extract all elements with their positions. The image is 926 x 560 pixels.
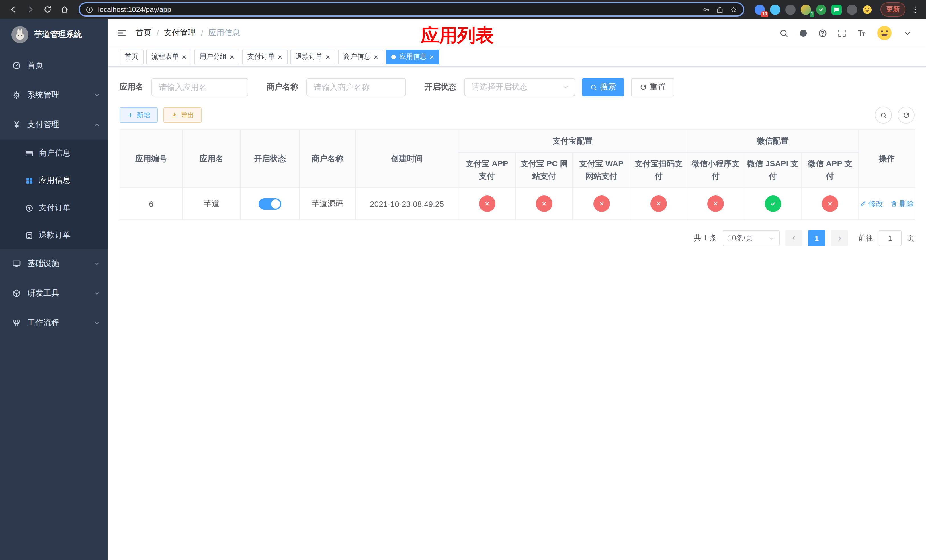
browser-home-button[interactable] xyxy=(57,2,72,17)
profile-avatar-icon[interactable]: 1 xyxy=(801,4,811,15)
bookmark-star-icon[interactable] xyxy=(729,5,737,14)
share-icon[interactable] xyxy=(716,5,724,14)
sidebar-item-home[interactable]: 首页 xyxy=(0,51,108,80)
tab-user-group[interactable]: 用户分组× xyxy=(194,49,239,64)
delete-button[interactable]: 删除 xyxy=(890,198,914,209)
sidebar-item-system[interactable]: 系统管理 xyxy=(0,80,108,110)
cell-wechat-mini xyxy=(687,188,744,219)
sidebar-item-label: 退款订单 xyxy=(39,230,71,241)
trash-icon xyxy=(890,200,897,207)
tab-label: 商户信息 xyxy=(343,52,371,62)
pagination-total: 共 1 条 xyxy=(694,233,717,243)
browser-update-button[interactable]: 更新 xyxy=(881,2,905,17)
app-logo[interactable]: 芋道管理系统 xyxy=(0,19,108,51)
next-page-button[interactable] xyxy=(831,230,848,246)
sidebar-item-infrastructure[interactable]: 基础设施 xyxy=(0,249,108,278)
emoji-extension-icon[interactable] xyxy=(862,4,873,15)
sidebar-item-refund-order[interactable]: 退款订单 xyxy=(0,222,108,249)
refresh-table-button[interactable] xyxy=(897,106,915,124)
search-icon xyxy=(590,83,598,91)
cell-wechat-app xyxy=(802,188,858,219)
help-icon[interactable] xyxy=(818,28,828,38)
sidebar-item-merchant-info[interactable]: 商户信息 xyxy=(0,139,108,167)
close-icon[interactable]: × xyxy=(182,53,186,60)
payment-submenu: 商户信息 应用信息 支付订单 退款订单 xyxy=(0,139,108,249)
edit-button[interactable]: 修改 xyxy=(859,198,883,209)
status-icon xyxy=(651,195,667,212)
sidebar-item-label: 应用信息 xyxy=(39,176,71,186)
goto-page-input[interactable] xyxy=(879,230,902,246)
browser-toolbar: localhost:1024/pay/app 10 1 更新 xyxy=(0,0,926,19)
search-icon[interactable] xyxy=(779,28,789,38)
extension-icon-check[interactable] xyxy=(816,4,826,15)
site-info-icon[interactable] xyxy=(85,5,94,14)
close-icon[interactable]: × xyxy=(278,53,282,60)
breadcrumb-home[interactable]: 首页 xyxy=(136,28,151,38)
add-button[interactable]: 新增 xyxy=(120,107,158,123)
tab-process-form[interactable]: 流程表单× xyxy=(146,49,191,64)
cell-actions: 修改 删除 xyxy=(858,188,915,219)
prev-page-button[interactable] xyxy=(785,230,802,246)
export-button[interactable]: 导出 xyxy=(163,107,201,123)
sidebar-item-payment-order[interactable]: 支付订单 xyxy=(0,194,108,222)
sidebar-item-payment[interactable]: 支付管理 xyxy=(0,110,108,139)
extension-icon-1[interactable]: 10 xyxy=(755,4,765,15)
breadcrumb-payment[interactable]: 支付管理 xyxy=(164,28,196,38)
tab-home[interactable]: 首页 xyxy=(120,49,144,64)
browser-menu-button[interactable] xyxy=(910,5,920,14)
sidebar-item-label: 研发工具 xyxy=(27,288,59,298)
extension-icon-chat[interactable] xyxy=(831,4,842,15)
sidebar-item-app-info[interactable]: 应用信息 xyxy=(0,167,108,194)
status-icon xyxy=(593,195,610,212)
browser-reload-button[interactable] xyxy=(40,2,54,17)
dashboard-icon xyxy=(12,61,21,70)
delete-label: 删除 xyxy=(899,198,914,209)
browser-forward-button[interactable] xyxy=(23,2,38,17)
close-icon[interactable]: × xyxy=(325,53,330,60)
cell-alipay-qr xyxy=(630,188,687,219)
page-size-select[interactable]: 10条/页 xyxy=(723,230,780,246)
search-button[interactable]: 搜索 xyxy=(582,78,624,96)
sidebar-item-dev-tools[interactable]: 研发工具 xyxy=(0,278,108,308)
reset-button[interactable]: 重置 xyxy=(631,78,674,96)
column-header: 商户名称 xyxy=(299,130,356,188)
user-avatar[interactable] xyxy=(876,24,893,42)
yen-icon xyxy=(12,120,21,129)
merchant-name-input[interactable] xyxy=(306,78,406,96)
group-header-alipay: 支付宝配置 xyxy=(458,130,687,152)
enabled-toggle[interactable] xyxy=(259,198,281,209)
password-key-icon[interactable] xyxy=(702,5,710,14)
browser-back-button[interactable] xyxy=(6,2,21,17)
font-size-icon[interactable] xyxy=(856,28,866,38)
avatar-caret-icon[interactable] xyxy=(903,28,912,38)
extension-icon-3[interactable] xyxy=(785,4,796,15)
tab-app-info[interactable]: 应用信息× xyxy=(386,49,439,64)
tab-merchant-info[interactable]: 商户信息× xyxy=(338,49,383,64)
sidebar-collapse-icon[interactable] xyxy=(117,28,127,38)
tab-refund-order[interactable]: 退款订单× xyxy=(290,49,335,64)
status-select[interactable]: 请选择开启状态 xyxy=(464,78,575,96)
tabs-bar: 首页 流程表单× 用户分组× 支付订单× 退款订单× 商户信息× 应用信息× xyxy=(108,47,926,67)
close-icon[interactable]: × xyxy=(230,53,234,60)
navbar-actions xyxy=(779,24,912,42)
monitor-icon xyxy=(12,259,21,268)
cross-icon xyxy=(540,200,548,207)
plus-icon xyxy=(127,112,134,118)
close-icon[interactable]: × xyxy=(430,53,434,60)
sidebar-item-workflow[interactable]: 工作流程 xyxy=(0,308,108,338)
check-icon xyxy=(769,200,776,207)
current-page-button[interactable]: 1 xyxy=(808,230,825,246)
fullscreen-icon[interactable] xyxy=(837,28,847,38)
toggle-search-button[interactable] xyxy=(875,106,892,124)
column-header: 创建时间 xyxy=(356,130,458,188)
github-icon[interactable] xyxy=(799,28,808,38)
cube-icon xyxy=(12,289,21,298)
cell-app-id: 6 xyxy=(120,188,183,219)
tab-label: 应用信息 xyxy=(399,52,427,62)
extensions-puzzle-icon[interactable] xyxy=(847,4,857,15)
close-icon[interactable]: × xyxy=(374,53,378,60)
extension-icon-2[interactable] xyxy=(770,4,780,15)
tab-payment-order[interactable]: 支付订单× xyxy=(242,49,287,64)
app-name-input[interactable] xyxy=(151,78,248,96)
url-bar[interactable]: localhost:1024/pay/app xyxy=(79,2,744,17)
